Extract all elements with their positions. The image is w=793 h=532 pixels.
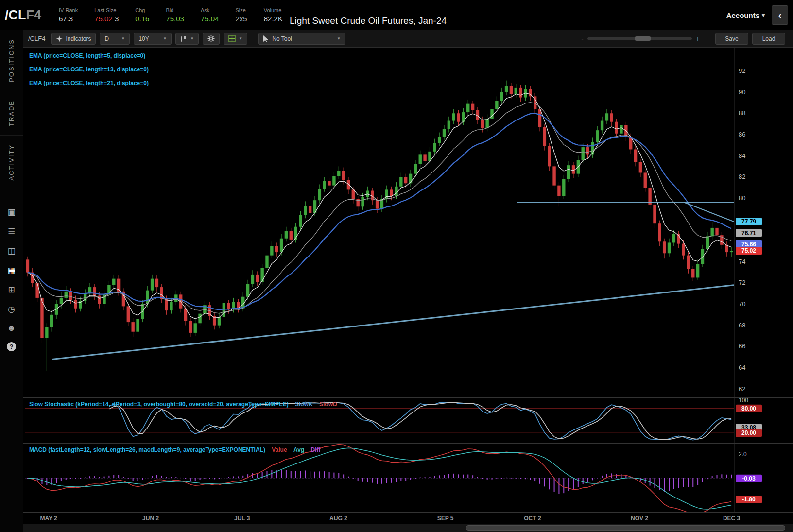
sidebar-tab-positions[interactable]: POSITIONS — [0, 30, 23, 91]
timeframe-dropdown[interactable]: D ▼ — [100, 33, 130, 45]
chart-style-dropdown[interactable]: ▼ — [175, 33, 199, 45]
time-axis-label: JUL 3 — [234, 515, 250, 522]
symbol-logo: /CLF4 — [5, 8, 41, 23]
macd-histogram — [27, 470, 732, 494]
chart-workspace: /CLF4 Indicators D ▼ 10Y ▼ ▼ ▼ — [23, 30, 793, 532]
field-size: Size 2x5 — [236, 7, 247, 23]
range-value: 10Y — [138, 35, 149, 42]
ema21-study-label: EMA (price=CLOSE, length=21, displace=0) — [29, 80, 149, 86]
field-chg: Chg 0.16 — [135, 7, 149, 23]
left-sidebar: POSITIONS TRADE ACTIVITY ▣☰◫▦⊞◷☻? — [0, 30, 23, 532]
macd-params: MACD (fastLength=12, slowLength=26, macd… — [29, 446, 265, 453]
screen-icon[interactable]: ▣ — [5, 206, 18, 218]
time-axis: MAY 2JUN 2JUL 3AUG 2SEP 5OCT 2NOV 2DEC 3 — [23, 512, 793, 524]
macd-chart[interactable]: 2.0-0.03-1.80 — [23, 444, 793, 513]
chevron-down-icon: ▼ — [163, 36, 167, 41]
slowd-line — [109, 402, 731, 440]
price-panel: EMA (price=CLOSE, length=5, displace=0) … — [23, 48, 793, 397]
drawing-tool-dropdown[interactable]: No Tool ▼ — [258, 33, 345, 45]
field-volume: Volume 82.2K — [264, 7, 283, 23]
price-tick: 86 — [739, 131, 745, 138]
symbol-root: /CL — [5, 8, 26, 22]
price-tick: 66 — [739, 343, 745, 350]
macd-tick: 2.0 — [739, 451, 747, 458]
price-tick: 92 — [739, 67, 745, 74]
time-axis-label: NOV 2 — [631, 515, 648, 522]
field-last-size: Last Size 75.02 3 — [94, 7, 119, 23]
chart-settings-button[interactable] — [203, 33, 220, 45]
range-dropdown[interactable]: 10Y ▼ — [134, 33, 172, 45]
chg-label: Chg — [135, 7, 145, 13]
gear-icon — [207, 35, 215, 42]
price-tick: 74 — [739, 258, 745, 265]
time-axis-label: AUG 2 — [329, 515, 347, 522]
price-tick: 64 — [739, 364, 745, 371]
stochastic-params: Slow Stochastic (kPeriod=14, dPeriod=3, … — [29, 401, 289, 408]
apps-icon[interactable]: ⊞ — [5, 284, 18, 295]
price-tick: 88 — [739, 109, 745, 117]
community-icon[interactable]: ☻ — [5, 323, 18, 334]
macd-panel: MACD (fastLength=12, slowLength=26, macd… — [23, 443, 793, 512]
chg-value: 0.16 — [135, 15, 149, 23]
zoom-slider-thumb[interactable] — [635, 36, 651, 41]
volume-value: 82.2K — [264, 15, 283, 23]
time-axis-label: DEC 3 — [723, 515, 740, 522]
charts-icon[interactable]: ▦ — [5, 264, 18, 276]
stochastic-panel: Slow Stochastic (kPeriod=14, dPeriod=3, … — [23, 397, 793, 443]
field-ask: Ask 75.04 — [201, 7, 219, 23]
save-button[interactable]: Save — [715, 33, 748, 45]
descending-line — [684, 203, 734, 222]
history-icon[interactable]: ◷ — [5, 303, 18, 315]
zoom-slider[interactable] — [587, 37, 692, 40]
last-price: 75.02 — [94, 15, 113, 23]
tool-value: No Tool — [272, 35, 292, 42]
help-icon[interactable]: ? — [7, 342, 16, 351]
price-tick: 90 — [739, 88, 745, 96]
sidebar-tab-activity[interactable]: ACTIVITY — [0, 136, 23, 190]
slowd-series-label: SlowD — [319, 401, 337, 408]
slowk-line — [109, 402, 731, 440]
last-qty: 3 — [115, 15, 119, 23]
field-iv-rank: IV Rank 67.3 — [59, 7, 78, 23]
time-axis-label: MAY 2 — [40, 515, 57, 522]
iv-rank-value: 67.3 — [59, 15, 73, 23]
ask-label: Ask — [201, 7, 209, 13]
accounts-menu[interactable]: Accounts ▾ — [726, 11, 765, 19]
price-tick: 72 — [739, 279, 745, 286]
trade-grid-icon[interactable]: ◫ — [5, 245, 18, 257]
load-button[interactable]: Load — [752, 33, 785, 45]
collapse-panel-button[interactable]: ‹ — [772, 5, 788, 25]
volume-label: Volume — [264, 7, 282, 13]
support-trendline — [52, 285, 734, 360]
chevron-down-icon: ▼ — [190, 36, 194, 41]
quote-header: /CLF4 IV Rank 67.3 Last Size 75.02 3 Chg… — [0, 0, 793, 30]
grid-layout-dropdown[interactable]: ▼ — [224, 33, 247, 45]
price-bubble-text: 75.66 — [741, 241, 756, 248]
indicators-icon — [56, 35, 63, 42]
chevron-down-icon: ▾ — [762, 12, 765, 18]
scrollbar-thumb[interactable] — [466, 525, 785, 531]
stochastic-study-label: Slow Stochastic (kPeriod=14, dPeriod=3, … — [29, 401, 337, 408]
zoom-out-button[interactable]: - — [581, 35, 584, 43]
sidebar-tab-trade[interactable]: TRADE — [0, 91, 23, 136]
zoom-in-button[interactable]: + — [696, 35, 700, 43]
instrument-title: Light Sweet Crude Oil Futures, Jan-24 — [290, 16, 447, 30]
price-tick: 80 — [739, 194, 745, 202]
watchlist-icon[interactable]: ☰ — [5, 225, 18, 237]
chart-scrollbar[interactable] — [23, 524, 793, 532]
ask-value: 75.04 — [201, 15, 219, 23]
stoch-bubble-text: 20.00 — [741, 429, 756, 436]
macd-study-label: MACD (fastLength=12, slowLength=26, macd… — [29, 446, 321, 453]
toolbar-symbol: /CLF4 — [28, 35, 45, 42]
indicators-button[interactable]: Indicators — [51, 33, 96, 45]
grid-layout-icon — [228, 35, 236, 42]
last-size-value: 75.02 3 — [94, 15, 119, 23]
accounts-label: Accounts — [726, 11, 759, 19]
ema13-study-label: EMA (price=CLOSE, length=13, displace=0) — [29, 66, 149, 73]
price-bubble-text: 76.71 — [741, 230, 756, 237]
timeframe-value: D — [104, 35, 109, 42]
size-value: 2x5 — [236, 15, 247, 23]
price-bubble-text: 77.79 — [741, 218, 756, 225]
sidebar-icon-rail: ▣☰◫▦⊞◷☻? — [5, 206, 18, 351]
price-chart[interactable]: 929088868482807472706866646277.7976.7175… — [23, 48, 793, 397]
